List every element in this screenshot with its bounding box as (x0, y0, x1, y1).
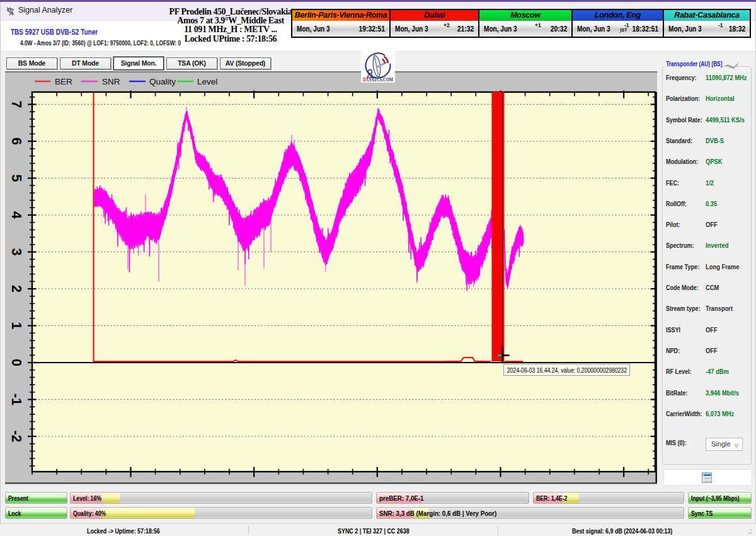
svg-text:SNR: SNR (102, 77, 120, 86)
svg-text:7: 7 (9, 101, 24, 108)
svg-text:Level: Level (197, 77, 217, 86)
svg-text:0: 0 (9, 359, 24, 366)
svg-text:DXSATCS.COM: DXSATCS.COM (363, 76, 394, 83)
svg-text:2024-06-03 16.44.24, value: 0,: 2024-06-03 16.44.24, value: 0,2000000029… (507, 366, 627, 374)
svg-text:2: 2 (9, 285, 24, 293)
svg-text:1: 1 (9, 322, 24, 330)
svg-text:Quality: Quality (149, 77, 176, 86)
svg-text:BER: BER (55, 77, 72, 86)
svg-text:-2: -2 (9, 430, 24, 442)
svg-text:5: 5 (9, 175, 24, 182)
svg-text:6: 6 (9, 137, 24, 145)
svg-text:-1: -1 (9, 393, 24, 405)
svg-text:4: 4 (9, 211, 24, 219)
svg-text:3: 3 (9, 248, 24, 256)
